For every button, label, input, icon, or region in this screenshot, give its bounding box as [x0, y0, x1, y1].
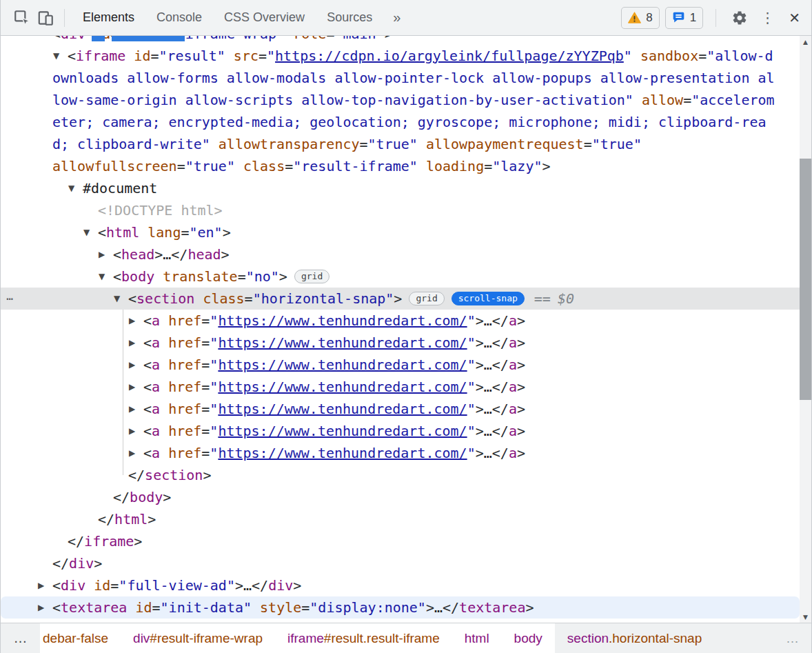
syntax-punct	[418, 158, 426, 174]
more-tabs-button[interactable]: »	[383, 10, 410, 26]
breadcrumb-overflow-left[interactable]: …	[1, 623, 40, 653]
attribute-value: "	[210, 334, 218, 351]
vertical-scrollbar[interactable]: ▲ ▼	[800, 36, 811, 623]
dom-row-body-close[interactable]: </body>	[1, 486, 800, 508]
settings-button[interactable]	[729, 7, 751, 29]
attribute-link[interactable]: https://www.tenhundredart.com/	[218, 423, 467, 439]
tag-name: body	[121, 268, 154, 285]
tag-name: a	[509, 334, 517, 351]
crumb-section-horizontal-snap[interactable]: section.horizontal-snap	[555, 631, 714, 646]
breadcrumb-overflow-right[interactable]: …	[786, 631, 811, 646]
attribute-value: "	[210, 423, 218, 439]
expand-arrow-icon[interactable]: ▶	[129, 398, 135, 420]
attribute-link[interactable]: https://www.tenhundredart.com/	[218, 356, 467, 373]
collapse-arrow-icon[interactable]: ▼	[99, 265, 105, 288]
warnings-counter[interactable]: 8	[621, 7, 659, 29]
dom-row-div-close[interactable]: </div>	[1, 552, 800, 574]
expand-arrow-icon[interactable]: ▶	[129, 420, 135, 442]
expand-arrow-icon[interactable]: ▶	[129, 442, 135, 464]
dom-row-a-link-4[interactable]: ▶<a href="https://www.tenhundredart.com/…	[1, 376, 800, 398]
scroll-up-button[interactable]: ▲	[800, 36, 811, 48]
dom-row-doctype[interactable]: <!DOCTYPE html>	[1, 199, 800, 221]
syntax-punct	[252, 599, 260, 616]
dom-row-head-collapsed[interactable]: ▶<head>…</head>	[1, 243, 800, 265]
dom-row-iframe-attr-wrap-4[interactable]: d; clipboard-write" allowtransparency="t…	[1, 133, 800, 155]
dom-row-div-full-view-ad[interactable]: ▶<div id="full-view-ad">…</div>	[1, 574, 800, 596]
dom-row-iframe-open[interactable]: ▼<iframe id="result" src="https://cdpn.i…	[1, 45, 800, 67]
messages-counter[interactable]: 1	[665, 7, 703, 29]
dom-row-section-open-selected[interactable]: ⋯▼<section class="horizontal-snap">grids…	[1, 288, 800, 310]
dom-row-iframe-attr-wrap-5[interactable]: allowfullscreen="true" class="result-ifr…	[1, 155, 800, 177]
dom-row-iframe-attr-wrap-2[interactable]: low-same-origin allow-scripts allow-top-…	[1, 89, 800, 111]
scroll-down-button[interactable]: ▼	[800, 611, 811, 623]
syntax-punct: <	[113, 268, 121, 285]
tab-css-overview[interactable]: CSS Overview	[213, 0, 316, 35]
grid-badge[interactable]: grid	[294, 270, 329, 283]
expand-arrow-icon[interactable]: ▶	[129, 354, 135, 376]
attribute-value: "	[467, 445, 476, 461]
dom-row-html-close[interactable]: </html>	[1, 508, 800, 530]
dom-row-a-link-5[interactable]: ▶<a href="https://www.tenhundredart.com/…	[1, 398, 800, 420]
expand-arrow-icon[interactable]: ▶	[38, 596, 44, 619]
attribute-name: href	[168, 445, 201, 461]
syntax-punct: >	[163, 489, 171, 505]
expand-arrow-icon[interactable]: ▶	[38, 574, 44, 596]
syntax-punct: =	[584, 136, 592, 152]
attribute-value: "	[467, 379, 476, 395]
expand-arrow-icon[interactable]: ▶	[129, 332, 135, 354]
close-devtools-button[interactable]: ✕	[784, 8, 804, 28]
attribute-link[interactable]: https://cdpn.io/argyleink/fullpage/zYYZP…	[275, 48, 624, 64]
device-toolbar-button[interactable]	[34, 6, 57, 30]
row-actions-dots-icon[interactable]: ⋯	[6, 288, 13, 310]
collapse-arrow-icon[interactable]: ▼	[83, 221, 90, 243]
expand-arrow-icon[interactable]: ▶	[99, 243, 105, 265]
crumb-id-class: .horizontal-snap	[609, 631, 702, 646]
crumb-body[interactable]: body	[502, 623, 555, 653]
scroll-snap-badge[interactable]: scroll-snap	[451, 292, 525, 305]
tab-sources[interactable]: Sources	[316, 0, 383, 35]
grid-badge[interactable]: grid	[409, 292, 444, 305]
attribute-link[interactable]: https://www.tenhundredart.com/	[218, 312, 467, 329]
kebab-menu-button[interactable]: ⋮	[756, 8, 779, 28]
attribute-link[interactable]: https://www.tenhundredart.com/	[218, 334, 467, 351]
crumb-html[interactable]: html	[452, 623, 502, 653]
collapse-arrow-icon[interactable]: ▼	[68, 177, 74, 199]
attribute-link[interactable]: https://www.tenhundredart.com/	[218, 401, 467, 417]
syntax-punct: >	[279, 268, 287, 285]
dom-row-html-open[interactable]: ▼<html lang="en">	[1, 221, 800, 243]
dom-row-a-link-2[interactable]: ▶<a href="https://www.tenhundredart.com/…	[1, 332, 800, 354]
inspect-element-button[interactable]	[10, 6, 34, 30]
dom-row-section-close[interactable]: </section>	[1, 464, 800, 486]
tab-elements[interactable]: Elements	[72, 0, 145, 35]
dom-row-a-link-3[interactable]: ▶<a href="https://www.tenhundredart.com/…	[1, 354, 800, 376]
syntax-punct: =	[152, 599, 161, 616]
tab-console[interactable]: Console	[145, 0, 213, 35]
dom-row-body-open[interactable]: ▼<body translate="no">grid	[1, 265, 800, 288]
dom-row-document-node[interactable]: ▼#document	[1, 177, 800, 199]
expand-arrow-icon[interactable]: ▶	[129, 376, 135, 398]
dom-row-textarea-init-data[interactable]: ▶<textarea id="init-data" style="display…	[1, 596, 800, 619]
dom-row-a-link-1[interactable]: ▶<a href="https://www.tenhundredart.com/…	[1, 310, 800, 332]
crumb-tag-name: body	[514, 631, 542, 646]
dom-row-iframe-attr-wrap-3[interactable]: eter; camera; encrypted-media; geolocati…	[1, 111, 800, 133]
dom-row-iframe-close[interactable]: </iframe>	[1, 530, 800, 552]
collapse-arrow-icon[interactable]: ▼	[114, 288, 120, 310]
crumb-div-result-iframe-wrap[interactable]: div#result-iframe-wrap	[121, 623, 275, 653]
dom-row-iframe-attr-wrap-1[interactable]: ownloads allow-forms allow-modals allow-…	[1, 67, 800, 89]
attribute-link[interactable]: https://www.tenhundredart.com/	[218, 379, 467, 395]
tag-name: iframe	[76, 48, 125, 64]
attribute-name: role	[293, 36, 326, 42]
attribute-value: "horizontal-snap"	[253, 290, 394, 307]
expand-arrow-icon[interactable]: ▶	[129, 310, 135, 332]
attribute-value: "	[210, 379, 218, 395]
crumb-sidebar-false[interactable]: debar-false	[40, 623, 121, 653]
scrollbar-thumb[interactable]	[800, 159, 811, 400]
breadcrumb-bar: …debar-falsediv#result-iframe-wrapiframe…	[1, 623, 811, 653]
collapse-arrow-icon[interactable]: ▼	[53, 45, 59, 67]
attribute-link[interactable]: https://www.tenhundredart.com/	[218, 445, 467, 461]
syntax-punct: </	[252, 577, 268, 594]
dom-row-a-link-7[interactable]: ▶<a href="https://www.tenhundredart.com/…	[1, 442, 800, 464]
tag-name: head	[121, 246, 154, 263]
crumb-iframe-result[interactable]: iframe#result.result-iframe	[275, 623, 452, 653]
dom-row-a-link-6[interactable]: ▶<a href="https://www.tenhundredart.com/…	[1, 420, 800, 442]
